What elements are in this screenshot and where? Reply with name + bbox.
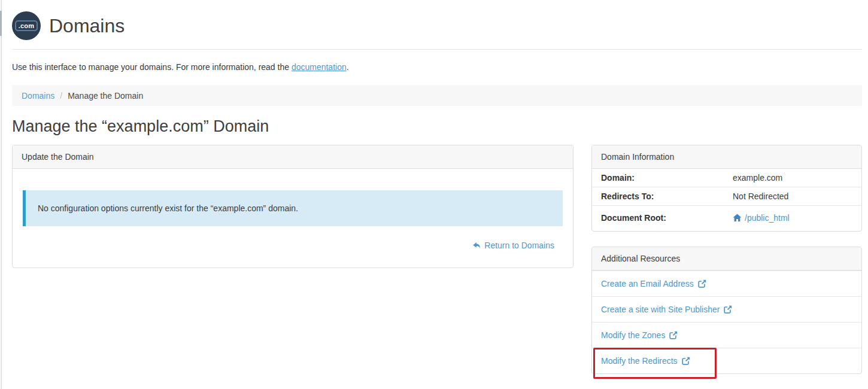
document-root-label: Document Root: bbox=[592, 206, 727, 231]
right-column: Domain Information Domain: example.com R… bbox=[591, 145, 862, 374]
update-panel-body: No configuration options currently exist… bbox=[13, 169, 573, 268]
documentation-link[interactable]: documentation bbox=[292, 62, 347, 72]
domain-information-panel: Domain Information Domain: example.com R… bbox=[591, 145, 862, 232]
header-divider bbox=[12, 49, 862, 50]
external-link-icon bbox=[682, 357, 690, 365]
create-email-label: Create an Email Address bbox=[601, 279, 694, 288]
external-link-icon bbox=[698, 279, 706, 288]
modify-zones-label: Modify the Zones bbox=[601, 330, 665, 340]
description-text: Use this interface to manage your domain… bbox=[12, 62, 292, 72]
modify-zones-link[interactable]: Modify the Zones bbox=[601, 330, 678, 340]
redirects-to-label: Redirects To: bbox=[592, 187, 727, 205]
additional-resources-panel: Additional Resources Create an Email Add… bbox=[591, 247, 862, 374]
domain-info-row-docroot: Document Root: /public_html bbox=[592, 205, 861, 231]
dotcom-domain-icon: .com bbox=[12, 11, 41, 40]
domain-value: example.com bbox=[727, 169, 861, 187]
modify-redirects-link[interactable]: Modify the Redirects bbox=[601, 356, 690, 366]
external-link-icon bbox=[669, 331, 678, 339]
site-publisher-label: Create a site with Site Publisher bbox=[601, 305, 720, 314]
return-link-label: Return to Domains bbox=[484, 241, 554, 250]
document-root-value: /public_html bbox=[745, 213, 790, 223]
update-domain-panel: Update the Domain No configuration optio… bbox=[12, 145, 573, 268]
domain-info-row-redirects: Redirects To: Not Redirected bbox=[592, 187, 861, 205]
left-edge-scrollbar-track bbox=[0, 0, 2, 389]
breadcrumb-domains-link[interactable]: Domains bbox=[22, 91, 54, 101]
update-panel-title: Update the Domain bbox=[13, 145, 573, 169]
resource-item-modify-redirects: Modify the Redirects bbox=[592, 348, 861, 373]
create-email-address-link[interactable]: Create an Email Address bbox=[601, 279, 706, 288]
create-site-publisher-link[interactable]: Create a site with Site Publisher bbox=[601, 305, 732, 314]
info-callout-text: No configuration options currently exist… bbox=[38, 203, 298, 213]
return-to-domains-link[interactable]: Return to Domains bbox=[472, 241, 554, 250]
description-period: . bbox=[347, 62, 349, 72]
domain-info-row-domain: Domain: example.com bbox=[592, 169, 861, 187]
page-content: .com Domains Use this interface to manag… bbox=[12, 0, 862, 374]
breadcrumb-current: Manage the Domain bbox=[68, 91, 143, 101]
modify-redirects-label: Modify the Redirects bbox=[601, 356, 678, 366]
left-edge-scrollbar-thumb[interactable] bbox=[0, 11, 2, 36]
reply-arrow-icon bbox=[472, 241, 481, 250]
app-header: .com Domains bbox=[12, 0, 862, 43]
info-callout: No configuration options currently exist… bbox=[23, 190, 563, 226]
return-row: Return to Domains bbox=[23, 241, 563, 252]
page-title: Manage the “example.com” Domain bbox=[12, 117, 862, 136]
resource-item-create-email: Create an Email Address bbox=[592, 271, 861, 296]
main-columns: Update the Domain No configuration optio… bbox=[12, 145, 862, 374]
domain-info-title: Domain Information bbox=[592, 145, 861, 169]
page-description: Use this interface to manage your domain… bbox=[12, 62, 862, 72]
resource-item-site-publisher: Create a site with Site Publisher bbox=[592, 296, 861, 322]
additional-resources-title: Additional Resources bbox=[592, 247, 861, 271]
external-link-icon bbox=[724, 305, 732, 314]
document-root-link[interactable]: /public_html bbox=[733, 213, 790, 223]
breadcrumb: Domains / Manage the Domain bbox=[12, 85, 862, 106]
redirects-to-value: Not Redirected bbox=[727, 187, 861, 205]
domain-label: Domain: bbox=[592, 169, 727, 187]
breadcrumb-separator: / bbox=[60, 91, 62, 101]
resource-item-modify-zones: Modify the Zones bbox=[592, 322, 861, 348]
app-title: Domains bbox=[49, 15, 125, 37]
left-column: Update the Domain No configuration optio… bbox=[12, 145, 573, 268]
home-icon bbox=[733, 214, 742, 222]
dotcom-icon-label: .com bbox=[15, 20, 38, 31]
